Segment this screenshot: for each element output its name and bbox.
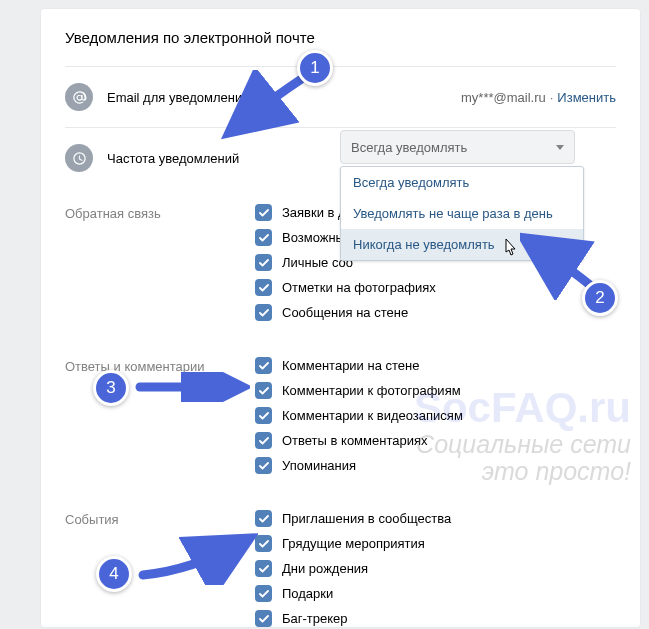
checklist-replies: Комментарии на стене Комментарии к фотог… <box>255 357 616 482</box>
list-item[interactable]: Упоминания <box>255 457 616 474</box>
list-item[interactable]: Баг-трекер <box>255 610 616 627</box>
checkbox-icon[interactable] <box>255 535 272 552</box>
checkbox-icon[interactable] <box>255 304 272 321</box>
chevron-down-icon <box>556 145 564 150</box>
checkbox-icon[interactable] <box>255 560 272 577</box>
list-item[interactable]: Отметки на фотографиях <box>255 279 616 296</box>
page-title: Уведомления по электронной почте <box>65 29 616 46</box>
check-label: Отметки на фотографиях <box>282 280 436 295</box>
at-icon <box>65 83 93 111</box>
section-label-events: События <box>65 510 255 629</box>
checkbox-icon[interactable] <box>255 585 272 602</box>
check-label: Дни рождения <box>282 561 368 576</box>
checkbox-icon[interactable] <box>255 457 272 474</box>
check-label: Комментарии на стене <box>282 358 419 373</box>
list-item[interactable]: Приглашения в сообщества <box>255 510 616 527</box>
checkbox-icon[interactable] <box>255 510 272 527</box>
list-item[interactable]: Дни рождения <box>255 560 616 577</box>
frequency-dropdown-menu: Всегда уведомлять Уведомлять не чаще раз… <box>340 166 584 261</box>
settings-panel: Уведомления по электронной почте Email д… <box>40 8 641 628</box>
check-label: Приглашения в сообщества <box>282 511 451 526</box>
checklist-events: Приглашения в сообщества Грядущие меропр… <box>255 510 616 629</box>
annotation-marker-1: 1 <box>297 50 333 86</box>
list-item[interactable]: Комментарии к фотографиям <box>255 382 616 399</box>
frequency-label: Частота уведомлений <box>107 151 239 166</box>
checkbox-icon[interactable] <box>255 204 272 221</box>
section-events: События Приглашения в сообщества Грядущи… <box>65 494 616 629</box>
list-item[interactable]: Грядущие мероприятия <box>255 535 616 552</box>
email-row: Email для уведомлений my***@mail.ru · Из… <box>65 66 616 127</box>
checkbox-icon[interactable] <box>255 432 272 449</box>
email-label: Email для уведомлений <box>107 90 249 105</box>
dropdown-option[interactable]: Всегда уведомлять <box>341 167 583 198</box>
check-label: Сообщения на стене <box>282 305 408 320</box>
dropdown-option[interactable]: Уведомлять не чаще раза в день <box>341 198 583 229</box>
frequency-dropdown: Всегда уведомлять Всегда уведомлять Увед… <box>340 130 575 164</box>
email-value: my***@mail.ru <box>461 90 546 105</box>
annotation-marker-4: 4 <box>96 556 132 592</box>
checkbox-icon[interactable] <box>255 357 272 374</box>
list-item[interactable]: Ответы в комментариях <box>255 432 616 449</box>
list-item[interactable]: Подарки <box>255 585 616 602</box>
change-link[interactable]: Изменить <box>557 90 616 105</box>
section-replies: Ответы и комментарии Комментарии на стен… <box>65 341 616 482</box>
checkbox-icon[interactable] <box>255 382 272 399</box>
separator-dot: · <box>550 90 554 105</box>
checkbox-icon[interactable] <box>255 254 272 271</box>
check-label: Баг-трекер <box>282 611 348 626</box>
annotation-marker-3: 3 <box>93 370 129 406</box>
annotation-marker-2: 2 <box>582 280 618 316</box>
frequency-selected: Всегда уведомлять <box>351 140 467 155</box>
checkbox-icon[interactable] <box>255 279 272 296</box>
check-label: Упоминания <box>282 458 356 473</box>
check-label: Комментарии к видеозаписям <box>282 408 463 423</box>
section-label-feedback: Обратная связь <box>65 204 255 329</box>
list-item[interactable]: Сообщения на стене <box>255 304 616 321</box>
checkbox-icon[interactable] <box>255 229 272 246</box>
check-label: Грядущие мероприятия <box>282 536 425 551</box>
section-label-replies: Ответы и комментарии <box>65 357 255 482</box>
checkbox-icon[interactable] <box>255 407 272 424</box>
dropdown-option[interactable]: Никогда не уведомлять <box>341 229 583 260</box>
check-label: Комментарии к фотографиям <box>282 383 461 398</box>
checkbox-icon[interactable] <box>255 610 272 627</box>
check-label: Ответы в комментариях <box>282 433 427 448</box>
clock-icon <box>65 144 93 172</box>
frequency-dropdown-button[interactable]: Всегда уведомлять <box>340 130 575 164</box>
list-item[interactable]: Комментарии к видеозаписям <box>255 407 616 424</box>
check-label: Подарки <box>282 586 333 601</box>
list-item[interactable]: Комментарии на стене <box>255 357 616 374</box>
